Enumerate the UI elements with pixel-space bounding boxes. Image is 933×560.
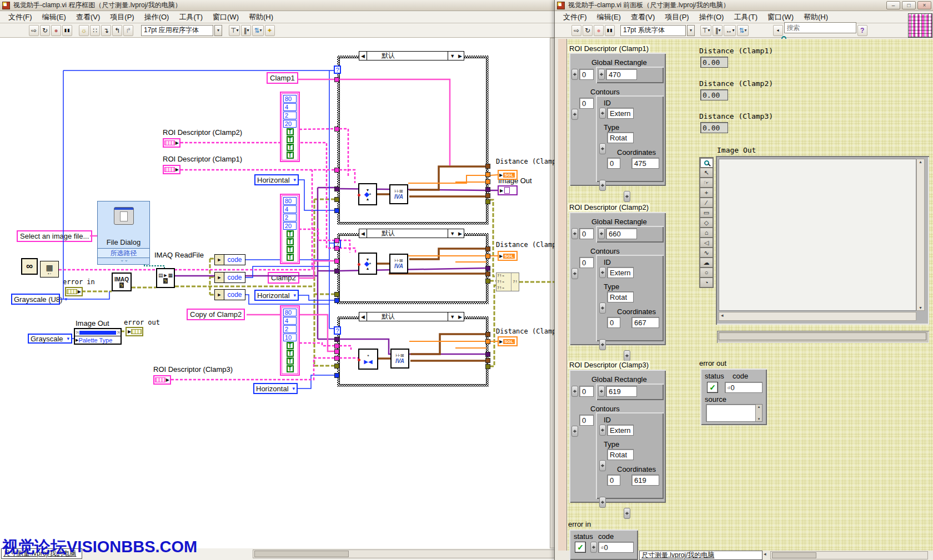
source-field[interactable]: ▴ ▾ [706, 404, 763, 422]
search-collapse-button[interactable]: ◂ [773, 25, 783, 36]
numeric-constant[interactable]: 20 [283, 222, 297, 230]
case-next-icon[interactable]: ▶ [457, 52, 464, 60]
align-objects-button[interactable]: ⊤▾ [700, 25, 711, 36]
clamp-settings-constant-1[interactable]: 80 4 2 20 T T T T [282, 93, 298, 160]
freehand-line-tool[interactable]: ∿ [700, 248, 713, 258]
error-code-node-2[interactable]: ► code [214, 272, 245, 283]
boolean-constant[interactable]: T [287, 230, 294, 238]
clamp-vertical-node-2[interactable]: ▼ ◆* ▲ [358, 253, 377, 275]
type-field[interactable]: Rotat [607, 449, 634, 460]
boolean-constant[interactable]: T [287, 136, 294, 143]
contours-index-spinner[interactable] [571, 109, 578, 120]
distance1-value[interactable]: 0.00 [700, 57, 728, 68]
run-button[interactable]: ⇨ [571, 25, 581, 36]
contours-index-spinner[interactable] [571, 268, 578, 279]
source-scrollbar[interactable]: ▴ ▾ [755, 405, 762, 421]
id-field[interactable]: Extern [607, 108, 634, 119]
id-spinner[interactable] [599, 425, 606, 436]
close-button[interactable]: × [917, 1, 931, 9]
numeric-constant[interactable]: 80 [283, 197, 297, 205]
id-field[interactable]: Extern [607, 425, 634, 436]
rotated-rectangle-tool[interactable]: ◇ [700, 218, 713, 228]
status-ok-icon[interactable]: ✓ [707, 382, 718, 393]
numeric-constant[interactable]: 2 [283, 325, 297, 333]
oval-tool[interactable]: ⌂ [700, 228, 713, 238]
numeric-constant[interactable]: 80 [283, 309, 297, 316]
numeric-constant[interactable]: 4 [283, 103, 297, 111]
numeric-constant[interactable]: 4 [283, 205, 297, 213]
file-dialog-express-vi[interactable]: File Dialog 所选路径 ⌄⌄ [97, 201, 150, 265]
merge-errors-node[interactable]: ?!→ ?!→ ?!→ ?! [496, 273, 519, 291]
menu-project[interactable]: 项目(P) [660, 11, 694, 23]
menu-operate[interactable]: 操作(O) [694, 11, 729, 23]
case-next-icon[interactable]: ▶ [457, 312, 464, 321]
distribute-objects-button[interactable]: ∥▾ [713, 25, 723, 36]
iva-node-3[interactable]: ⊦⊦⊞ IVA [390, 349, 409, 369]
boolean-constant[interactable]: T [287, 246, 294, 253]
scrollbar-thumb[interactable] [772, 552, 816, 558]
image-out2-terminal[interactable]: ▶ [498, 185, 518, 195]
numeric-constant[interactable]: 20 [283, 120, 297, 128]
id-spinner[interactable] [599, 267, 606, 278]
contours-index-field[interactable]: 0 [579, 415, 594, 426]
reorder-button[interactable]: ⇅▾ [737, 25, 748, 36]
imaq-readfile-node[interactable]: ▤►▦ ϟ [156, 268, 175, 288]
scroll-left-icon[interactable]: ◂ [764, 551, 769, 559]
error-in-terminal[interactable]: ▶ [65, 287, 83, 296]
boolean-constant[interactable]: T [287, 128, 294, 135]
scroll-down-icon[interactable]: ▾ [917, 305, 924, 310]
coord-index-spinner[interactable] [599, 180, 606, 191]
freehand-region-tool[interactable]: ☁ [700, 258, 713, 268]
coord-index-field[interactable]: 0 [607, 475, 620, 486]
coord-value-field[interactable]: 667 [631, 317, 659, 328]
case-dropdown-icon[interactable]: ▼ [448, 312, 457, 321]
title-bar[interactable]: 视觉助手-clamp.vi 前面板（尺寸测量.lvproj/我的电脑） – □ … [555, 0, 933, 11]
coord-value-spinner[interactable] [624, 191, 630, 202]
clamp-settings-constant-3[interactable]: 80 4 2 10 T T T T [282, 307, 298, 374]
gr-index-spinner[interactable] [571, 386, 578, 397]
gr-index-field[interactable]: 0 [579, 69, 594, 80]
coord-value-field[interactable]: 619 [631, 475, 659, 486]
case3-selector[interactable]: ◀ 默认 ▼ ▶ [359, 312, 464, 321]
font-selector[interactable]: 17pt 系统字体 [620, 25, 686, 36]
horizontal-scrollbar[interactable] [770, 551, 928, 559]
boolean-constant[interactable]: T [287, 238, 294, 245]
contours-index-field[interactable]: 0 [579, 257, 594, 268]
coord-index-field[interactable]: 0 [607, 158, 620, 169]
image-out-terminal[interactable]: ?! ?! ▶ Palette Type [74, 328, 122, 345]
maximize-button[interactable]: □ [902, 1, 916, 9]
search-input[interactable] [784, 22, 856, 33]
image-vertical-scrollbar[interactable]: ▴ ▾ [916, 159, 925, 311]
case-prev-icon[interactable]: ◀ [359, 312, 367, 321]
gr-index-spinner[interactable] [571, 228, 578, 239]
coord-value-spinner[interactable] [624, 350, 630, 361]
expand-chevron-icon[interactable]: ⌄⌄ [120, 257, 128, 263]
status-ok-icon[interactable]: ✓ [575, 542, 586, 553]
help-button[interactable]: ? [857, 25, 867, 36]
distance3-terminal[interactable]: ▶ SGL [498, 336, 518, 346]
type-spinner[interactable] [599, 143, 606, 154]
boolean-constant[interactable]: T [287, 342, 294, 349]
pan-tool[interactable]: ☞ [700, 178, 713, 188]
iva-node-2[interactable]: ⊦⊦⊞ IVA [389, 254, 408, 274]
coord-index-field[interactable]: 0 [607, 317, 620, 328]
gr-index-field[interactable]: 0 [579, 228, 594, 239]
vi-icon-corner[interactable] [908, 13, 932, 38]
numeric-constant[interactable]: 2 [283, 112, 297, 119]
error-code-node-1[interactable]: ► code [214, 254, 245, 265]
gr-index-spinner[interactable] [571, 69, 578, 80]
boolean-constant[interactable]: T [287, 357, 294, 365]
gr-value-field[interactable]: 660 [606, 228, 637, 239]
clamp-horizontal-node-3[interactable]: * ▶◀ [358, 349, 378, 370]
boolean-constant[interactable]: T [287, 254, 294, 261]
minimize-button[interactable]: – [886, 1, 900, 9]
id-spinner[interactable] [599, 108, 606, 119]
numeric-constant[interactable]: 80 [283, 95, 297, 103]
code-field[interactable]: d 0 [725, 382, 763, 393]
numeric-constant[interactable]: 10 [283, 334, 297, 341]
numeric-constant[interactable]: 2 [283, 214, 297, 221]
scroll-up-icon[interactable]: ▴ [758, 405, 760, 409]
ellipse-tool[interactable]: ○ [700, 268, 713, 278]
coord-value-spinner[interactable] [624, 508, 630, 519]
case-dropdown-icon[interactable]: ▼ [448, 229, 457, 238]
